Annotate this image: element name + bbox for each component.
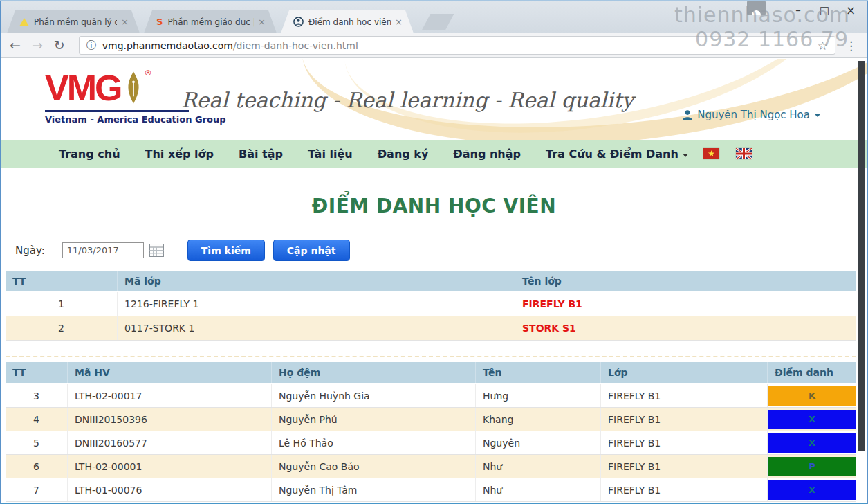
attendance-button[interactable]: X: [768, 410, 856, 429]
nav-dropdown-tra-cuu-diem-danh[interactable]: Tra Cứu & Điểm Danh: [546, 147, 688, 161]
main-navbar: Trang chủ Thi xếp lớp Bài tập Tài liệu Đ…: [0, 140, 868, 168]
url-bar[interactable]: ⓘ vmg.phanmemdaotao.com /diem-danh-hoc-v…: [79, 36, 835, 55]
column-header-ho-dem: Họ đệm: [272, 362, 476, 383]
chevron-down-icon: [814, 114, 821, 117]
nav-item-bai-tap[interactable]: Bài tập: [239, 147, 283, 161]
class-row[interactable]: 11216-FIREFLY 1FIREFLY B1: [6, 292, 856, 316]
close-button[interactable]: ×: [838, 3, 864, 18]
window-left-border: [0, 1, 1, 504]
pen-nib-icon: [124, 70, 142, 109]
site-header: VMG ® Vietnam - America Education Group …: [0, 59, 868, 140]
student-class: FIREFLY B1: [601, 431, 768, 454]
browser-toolbar: ← → ↻ ⓘ vmg.phanmemdaotao.com /diem-danh…: [0, 33, 868, 58]
student-firstname: Khang: [476, 408, 601, 431]
student-class: FIREFLY B1: [601, 408, 768, 431]
student-firstname: Như: [476, 455, 601, 478]
column-header-ten-lop: Tên lớp: [515, 271, 856, 291]
attendance-cell: P: [768, 455, 856, 478]
class-table-header: TT Mã lớp Tên lớp: [6, 271, 856, 292]
browser-titlebar: Phần mềm quản lý doanh × S Phần mềm giáo…: [0, 1, 868, 33]
student-row: 5DNIII20160577Lê Hồ ThảoNguyênFIREFLY B1…: [6, 431, 856, 455]
new-tab-button[interactable]: [422, 14, 454, 30]
logo-underline: [45, 110, 189, 112]
column-header-tt: TT: [6, 271, 118, 291]
class-code: 0117-STORK 1: [118, 316, 515, 340]
profile-avatar-icon[interactable]: [747, 1, 766, 15]
date-input[interactable]: [62, 242, 144, 258]
slogan-text: Real teaching - Real learning - Real qua…: [181, 88, 634, 112]
attendance-cell: X: [768, 478, 856, 501]
column-header-tt: TT: [6, 362, 68, 383]
tab-close-icon[interactable]: ×: [257, 17, 267, 27]
url-domain: vmg.phanmemdaotao.com: [102, 40, 233, 51]
student-row: 4DNIII20150396Nguyễn PhúKhangFIREFLY B1X: [6, 408, 856, 431]
calendar-icon[interactable]: [149, 244, 164, 257]
vietnam-flag-icon[interactable]: [703, 148, 719, 159]
column-header-ma-hv: Mã HV: [68, 362, 272, 383]
student-table: TT Mã HV Họ đệm Tên Lớp Điểm danh 3LTH-0…: [6, 362, 856, 502]
uk-flag-icon[interactable]: [736, 148, 752, 159]
user-icon: [682, 109, 693, 120]
student-code: DNIII20160577: [68, 431, 272, 454]
person-circle-icon: [293, 17, 304, 27]
user-name: Nguyễn Thị Ngọc Hoa: [697, 109, 810, 121]
info-icon[interactable]: ⓘ: [86, 39, 96, 52]
menu-dots-icon[interactable]: ⋮: [841, 39, 861, 53]
column-header-lop: Lớp: [601, 362, 768, 383]
student-lastname: Nguyễn Cao Bảo: [272, 455, 476, 478]
nav-item-thi-xep-lop[interactable]: Thi xếp lớp: [145, 147, 214, 161]
nav-item-trang-chu[interactable]: Trang chủ: [59, 147, 120, 161]
student-tt: 4: [6, 408, 68, 431]
tab-phan-mem-giao-duc[interactable]: S Phần mềm giáo dục | Tiế ×: [144, 10, 277, 33]
column-header-ma-lop: Mã lớp: [118, 271, 515, 291]
class-row[interactable]: 20117-STORK 1STORK S1: [6, 316, 856, 341]
student-tt: 6: [6, 455, 68, 478]
attendance-button[interactable]: P: [768, 457, 856, 476]
reload-icon[interactable]: ↻: [54, 39, 65, 52]
student-firstname: Hưng: [476, 384, 601, 407]
column-header-ten: Tên: [476, 362, 601, 383]
browser-window: Phần mềm quản lý doanh × S Phần mềm giáo…: [0, 0, 868, 504]
student-row: 3LTH-02-00017Nguyễn Huỳnh GiaHưngFIREFLY…: [6, 384, 856, 408]
maximize-button[interactable]: □: [811, 3, 838, 18]
tab-phan-mem-quan-ly[interactable]: Phần mềm quản lý doanh ×: [7, 10, 140, 33]
attendance-cell: X: [768, 408, 856, 431]
scrollbar-thumb[interactable]: [858, 61, 865, 451]
update-button[interactable]: Cập nhật: [273, 240, 350, 261]
student-firstname: Như: [476, 478, 601, 501]
tab-close-icon[interactable]: ×: [394, 17, 404, 27]
attendance-button[interactable]: X: [768, 480, 856, 500]
date-label: Ngày:: [15, 244, 45, 257]
nav-item-tai-lieu[interactable]: Tài liệu: [308, 147, 353, 161]
student-lastname: Nguyễn Phú: [272, 408, 476, 431]
class-name-link[interactable]: STORK S1: [515, 316, 856, 340]
nav-item-dang-nhap[interactable]: Đăng nhập: [453, 147, 521, 161]
tab-title: Phần mềm giáo dục | Tiế: [167, 17, 254, 27]
class-tt: 1: [6, 292, 118, 316]
tab-diem-danh-hoc-vien[interactable]: Điểm danh học viên ×: [281, 10, 414, 33]
forward-icon[interactable]: →: [32, 39, 43, 52]
student-code: LTH-01-00076: [68, 478, 272, 501]
logo-text: VMG: [45, 69, 120, 107]
student-class: FIREFLY B1: [601, 384, 768, 407]
student-lastname: Nguyễn Thị Tâm: [272, 478, 476, 501]
attendance-button[interactable]: K: [768, 386, 856, 406]
attendance-button[interactable]: X: [768, 433, 856, 453]
student-code: LTH-02-00001: [68, 455, 272, 478]
orange-s-icon: S: [156, 17, 163, 27]
student-lastname: Lê Hồ Thảo: [272, 431, 476, 454]
student-row: 7LTH-01-00076Nguyễn Thị TâmNhưFIREFLY B1…: [6, 478, 856, 502]
bookmark-star-icon[interactable]: ☆: [818, 39, 828, 53]
date-filter-row: Ngày: Tìm kiếm Cập nhật: [15, 240, 350, 261]
minimize-button[interactable]: –: [785, 3, 811, 18]
user-menu[interactable]: Nguyễn Thị Ngọc Hoa: [682, 109, 821, 121]
back-icon[interactable]: ←: [10, 39, 21, 52]
tab-close-icon[interactable]: ×: [120, 17, 130, 27]
student-row: 6LTH-02-00001Nguyễn Cao BảoNhưFIREFLY B1…: [6, 455, 856, 478]
class-name-link[interactable]: FIREFLY B1: [515, 292, 856, 316]
attendance-cell: K: [768, 384, 856, 407]
registered-mark: ®: [144, 69, 151, 78]
class-table: TT Mã lớp Tên lớp 11216-FIREFLY 1FIREFLY…: [6, 271, 856, 341]
search-button[interactable]: Tìm kiếm: [187, 240, 265, 261]
nav-item-dang-ky[interactable]: Đăng ký: [378, 147, 429, 161]
